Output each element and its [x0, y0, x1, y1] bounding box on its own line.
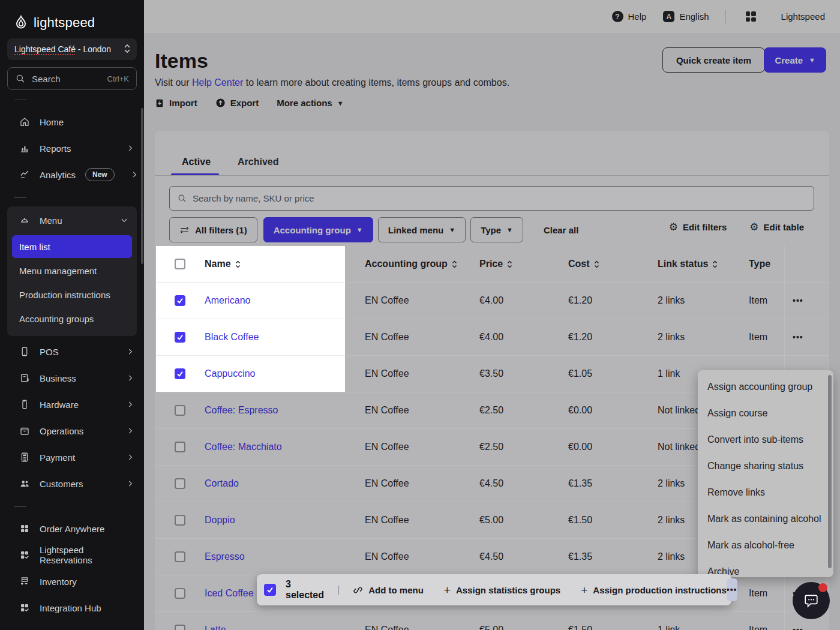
sidebar-item-hardware[interactable]: Hardware	[0, 391, 144, 418]
sidebar-item-label: Order Anywhere	[40, 524, 104, 534]
sidebar-item-label: Accounting groups	[19, 314, 94, 324]
logo-text: lightspeed	[34, 15, 95, 31]
sidebar-item-label: Item list	[19, 242, 50, 252]
device-icon	[19, 399, 30, 410]
divider	[14, 197, 26, 198]
selector-updown-icon	[124, 44, 131, 55]
divider	[14, 100, 26, 100]
plus-icon: +	[444, 584, 451, 596]
sidebar-item-menu[interactable]: Menu	[7, 206, 137, 234]
link-icon	[353, 585, 363, 595]
sidebar-item-financial-services[interactable]: Financial services	[0, 621, 144, 630]
row-checkbox[interactable]	[175, 368, 185, 379]
selected-count: 3 selected	[286, 579, 324, 601]
assign-statistics-groups-label: Assign statistics groups	[456, 585, 560, 595]
sidebar-item-home[interactable]: Home	[0, 109, 144, 135]
row-checkbox[interactable]	[175, 295, 185, 306]
sidebar-item-accounting-groups[interactable]: Accounting groups	[12, 307, 132, 330]
add-to-menu-button[interactable]: Add to menu	[353, 585, 424, 595]
search-icon	[15, 73, 26, 84]
chevron-right-icon	[130, 170, 139, 179]
sidebar-item-label: Integration Hub	[40, 603, 101, 613]
sidebar-item-pos[interactable]: POS	[0, 338, 144, 365]
sidebar-item-label: Business	[40, 373, 76, 383]
sidebar-item-label: Customers	[40, 479, 83, 489]
sidebar-item-production-instructions[interactable]: Production instructions	[12, 283, 132, 306]
venue-suffix: - London	[76, 44, 111, 54]
flame-icon	[13, 15, 29, 31]
chat-bubble-icon	[803, 593, 819, 608]
notification-dot	[818, 583, 827, 592]
sidebar-scrollbar[interactable]	[141, 108, 143, 264]
box-icon	[19, 425, 30, 436]
selection-checkbox[interactable]	[264, 584, 276, 596]
sidebar-search[interactable]: Search Ctrl+K	[7, 67, 137, 90]
sidebar-item-analytics[interactable]: Analytics New	[0, 161, 144, 188]
divider: |	[337, 584, 340, 595]
cloche-icon	[19, 215, 30, 226]
item-name-link[interactable]: Cappuccino	[205, 368, 256, 379]
sidebar-item-label: Payment	[40, 452, 75, 463]
chevron-right-icon	[126, 374, 134, 382]
sidebar-item-menu-management[interactable]: Menu management	[12, 259, 132, 282]
item-name-link[interactable]: Black Coffee	[205, 332, 259, 343]
squares-icon	[19, 523, 30, 534]
sidebar-item-label: Home	[40, 117, 64, 127]
sidebar-item-label: Production instructions	[19, 290, 110, 300]
assign-production-instructions-label: Assign production instructions	[593, 585, 727, 595]
integrations-icon	[19, 602, 30, 613]
chevron-right-icon	[126, 144, 134, 152]
chevron-down-icon	[120, 216, 128, 224]
table-row: Cappuccino	[156, 355, 345, 392]
sidebar-item-label: Reports	[40, 143, 71, 154]
table-header-row: Name	[156, 246, 345, 282]
sort-icon	[235, 260, 241, 269]
sidebar-item-label: Menu	[40, 215, 62, 226]
chevron-right-icon	[126, 347, 134, 356]
assign-statistics-groups-button[interactable]: + Assign statistics groups	[444, 584, 560, 596]
people-icon	[19, 478, 30, 489]
sidebar: lightspeed Lightspeed Café - London Sear…	[0, 0, 144, 630]
chevron-right-icon	[126, 400, 134, 409]
sidebar-item-customers[interactable]: Customers	[0, 470, 144, 497]
sidebar-item-payment[interactable]: Payment	[0, 444, 144, 470]
sidebar-item-order-anywhere[interactable]: Order Anywhere	[0, 515, 144, 542]
tablet-icon	[19, 346, 30, 357]
chevron-right-icon	[126, 479, 134, 488]
sidebar-item-reports[interactable]: Reports	[0, 135, 144, 161]
table-row: Americano	[156, 282, 345, 319]
sidebar-item-label: Hardware	[40, 400, 79, 410]
tour-spotlight-name-column: Name Americano Black Coffee Cappuccino	[156, 246, 345, 392]
chevron-right-icon	[126, 427, 134, 435]
bulk-more-button[interactable]: •••	[727, 578, 737, 601]
select-all-checkbox[interactable]	[175, 259, 185, 269]
plus-icon: +	[581, 584, 587, 596]
bulk-action-bar: 3 selected | Add to menu + Assign statis…	[257, 574, 731, 605]
new-badge: New	[85, 168, 115, 181]
sidebar-item-integration-hub[interactable]: Integration Hub	[0, 595, 144, 621]
table-row: Black Coffee	[156, 319, 345, 355]
item-name-link[interactable]: Americano	[205, 295, 250, 306]
chevron-right-icon	[126, 453, 134, 461]
sidebar-item-label: POS	[40, 347, 59, 357]
lightspeed-logo: lightspeed	[0, 0, 144, 35]
sidebar-item-business[interactable]: Business	[0, 365, 144, 391]
menu-section: Menu Item list Menu management Productio…	[7, 206, 137, 336]
sidebar-item-operations[interactable]: Operations	[0, 418, 144, 444]
ledger-icon	[19, 373, 30, 383]
business-selector[interactable]: Lightspeed Café - London	[7, 38, 137, 60]
sidebar-item-label: Lightspeed Reservations	[40, 545, 134, 565]
line-chart-icon	[19, 169, 30, 180]
assign-production-instructions-button[interactable]: + Assign production instructions	[581, 584, 727, 596]
search-shortcut: Ctrl+K	[107, 74, 129, 83]
column-header-name[interactable]: Name	[205, 259, 241, 269]
sidebar-item-item-list[interactable]: Item list	[12, 235, 132, 258]
inventory-box-icon	[19, 576, 30, 587]
row-checkbox[interactable]	[175, 332, 185, 343]
add-to-menu-label: Add to menu	[368, 585, 424, 595]
bar-chart-icon	[19, 143, 30, 154]
sidebar-item-lightspeed-reservations[interactable]: Lightspeed Reservations	[0, 542, 144, 568]
venue-name: Lightspeed Café	[14, 44, 76, 54]
sidebar-item-inventory[interactable]: Inventory	[0, 568, 144, 595]
sidebar-item-label: Analytics	[40, 170, 76, 180]
